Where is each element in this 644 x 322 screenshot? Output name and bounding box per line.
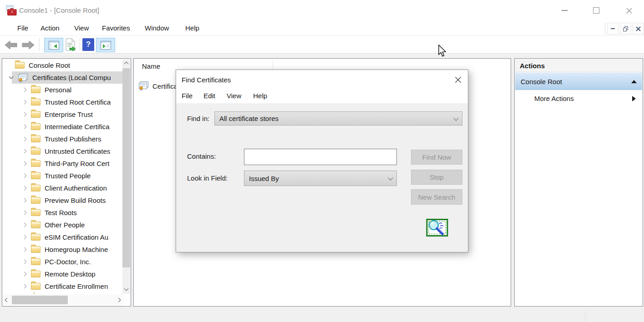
chevron-down-icon[interactable] (9, 75, 14, 80)
scroll-down-arrow[interactable] (122, 285, 130, 293)
tree-item-trusted-publishers[interactable]: Trusted Publishers (3, 133, 122, 145)
window-title: Console1 - [Console Root] (19, 0, 99, 21)
chevron-right-icon[interactable] (22, 124, 27, 129)
chevron-right-icon[interactable] (22, 136, 27, 141)
action-pane-icon (101, 41, 111, 50)
folder-icon (31, 246, 41, 253)
dialog-close-button[interactable] (453, 75, 462, 84)
stop-button[interactable]: Stop (411, 170, 462, 185)
toolbar-separator (80, 38, 80, 51)
scroll-right-arrow[interactable] (116, 296, 123, 304)
folder-icon (31, 148, 41, 155)
tree-item-third-party[interactable]: Third-Party Root Cert (3, 157, 122, 170)
child-restore-button[interactable] (620, 23, 631, 35)
chevron-right-icon[interactable] (22, 198, 27, 203)
back-button[interactable] (4, 39, 18, 50)
new-search-button[interactable]: New Search (411, 189, 462, 205)
chevron-right-icon[interactable] (22, 186, 27, 191)
tree-item-intermediate[interactable]: Intermediate Certifica (3, 121, 122, 133)
close-icon (636, 26, 641, 31)
tree-item-pc-doctor[interactable]: PC-Doctor, Inc. (3, 256, 122, 268)
chevron-right-icon[interactable] (22, 284, 27, 289)
export-list-button[interactable] (63, 37, 79, 52)
tree-item-cert-enrollment[interactable]: Certificate Enrollmen (3, 280, 122, 292)
menu-action[interactable]: Action (41, 21, 60, 35)
show-action-pane-button[interactable] (96, 38, 115, 52)
child-close-button[interactable] (633, 23, 644, 35)
show-console-tree-button[interactable] (44, 38, 63, 52)
dialog-menu-edit[interactable]: Edit (203, 88, 215, 103)
tree-item-trusted-root[interactable]: Trusted Root Certifica (3, 96, 122, 108)
chevron-right-icon[interactable] (22, 100, 27, 105)
chevron-right-icon[interactable] (22, 161, 27, 166)
maximize-button[interactable] (586, 0, 607, 21)
column-header-name[interactable]: Name (142, 59, 160, 74)
tree-item-other-people[interactable]: Other People (3, 219, 122, 231)
menu-window[interactable]: Window (145, 21, 169, 35)
maximize-icon (593, 7, 599, 14)
look-in-field-select[interactable]: Issued By (244, 171, 397, 186)
child-minimize-button[interactable] (607, 23, 619, 35)
tree-item-untrusted[interactable]: Untrusted Certificates (3, 145, 122, 157)
folder-icon (31, 221, 41, 228)
restore-icon (623, 26, 628, 31)
tree-item-personal[interactable]: Personal (3, 84, 122, 96)
menu-favorites[interactable]: Favorites (102, 21, 130, 35)
more-actions-item[interactable]: More Actions (515, 90, 642, 107)
chevron-right-icon[interactable] (22, 235, 27, 240)
scrollbar-thumb[interactable] (122, 68, 130, 267)
toolbar-separator (39, 38, 40, 51)
scroll-left-arrow[interactable] (3, 296, 10, 304)
collapse-icon[interactable] (631, 80, 637, 83)
folder-icon (31, 172, 41, 179)
chevron-right-icon[interactable] (22, 272, 27, 277)
chevron-down-icon (453, 116, 458, 121)
tree-vertical-scrollbar[interactable] (122, 59, 130, 294)
find-now-button[interactable]: Find Now (411, 150, 462, 165)
folder-icon (31, 258, 41, 265)
dialog-menu-help[interactable]: Help (253, 88, 267, 103)
minimize-button[interactable] (554, 0, 575, 21)
dialog-title-bar[interactable]: Find Certificates (176, 70, 468, 88)
chevron-right-icon[interactable] (22, 173, 27, 178)
tree-item-remote-desktop[interactable]: Remote Desktop (3, 268, 122, 280)
chevron-right-icon[interactable] (22, 112, 27, 117)
dialog-menu-view[interactable]: View (227, 88, 241, 103)
tree-item-trusted-people[interactable]: Trusted People (3, 170, 122, 182)
tree-item-certificates[interactable]: Certificates (Local Compu (3, 71, 122, 84)
dialog-menu-file[interactable]: File (182, 88, 193, 103)
actions-group-console-root[interactable]: Console Root (515, 73, 642, 90)
scrollbar-thumb[interactable] (12, 296, 68, 304)
tree-horizontal-scrollbar[interactable] (3, 294, 123, 306)
chevron-right-icon[interactable] (22, 247, 27, 252)
scroll-up-arrow[interactable] (122, 59, 130, 67)
tree-item-preview-build[interactable]: Preview Build Roots (3, 194, 122, 206)
actions-header: Actions (515, 59, 642, 72)
close-button[interactable] (619, 0, 639, 21)
menu-file[interactable]: File (17, 21, 28, 35)
forward-button[interactable] (21, 39, 35, 50)
chevron-right-icon[interactable] (22, 222, 27, 227)
tree-item-console-root[interactable]: Console Root (3, 59, 122, 71)
help-icon: ? (82, 38, 94, 51)
chevron-right-icon[interactable] (22, 87, 27, 92)
folder-icon (31, 123, 41, 130)
tree-item-homegroup[interactable]: Homegroup Machine (3, 243, 122, 256)
chevron-right-icon[interactable] (22, 149, 27, 154)
chevron-right-icon[interactable] (22, 259, 27, 264)
tree-item-client-auth[interactable]: Client Authentication (3, 182, 122, 194)
help-button[interactable]: ? (82, 38, 94, 51)
find-in-select[interactable]: All certificate stores (214, 111, 462, 126)
mmc-toolbox-icon (6, 5, 17, 16)
contains-input[interactable] (244, 149, 397, 165)
chevron-right-icon[interactable] (22, 210, 27, 215)
tree-item-test-roots[interactable]: Test Roots (3, 206, 122, 219)
tree-item-esim[interactable]: eSIM Certification Au (3, 231, 122, 243)
menu-view[interactable]: View (74, 21, 89, 35)
tree-item-enterprise-trust[interactable]: Enterprise Trust (3, 108, 122, 121)
minimize-icon (611, 28, 615, 29)
menu-help[interactable]: Help (185, 21, 199, 35)
find-in-label: Find in: (187, 115, 209, 122)
status-bar-separator (585, 310, 585, 322)
find-certificate-graphic-icon (426, 218, 449, 238)
